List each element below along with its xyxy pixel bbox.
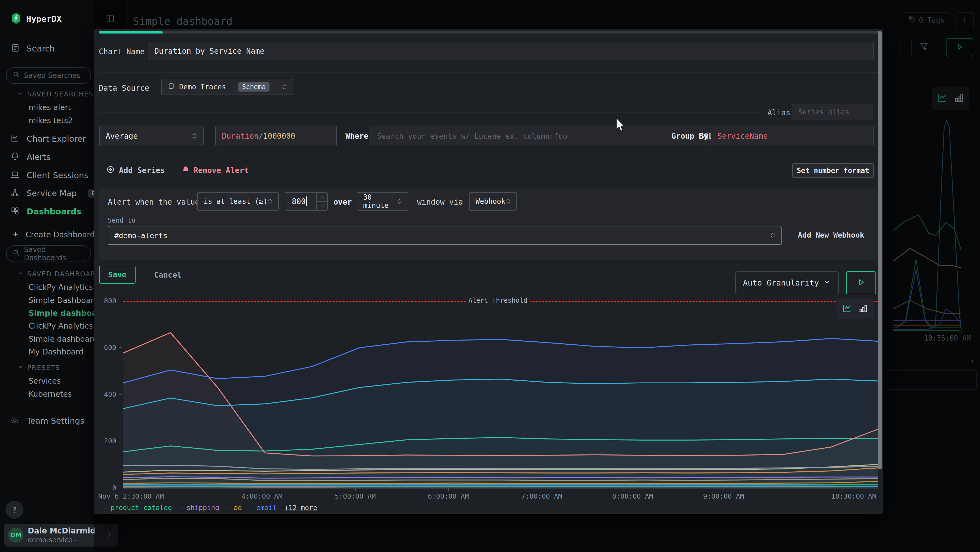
sidebar-item-label: Search [27,44,55,53]
field-expression-input[interactable]: Duration/1000000 [215,126,337,146]
data-source-select[interactable]: Demo Traces Schema [161,79,293,95]
aggregation-select[interactable]: Average [99,126,204,146]
edit-chart-modal: Chart Name Duration by Service Name Data… [94,29,883,514]
saved-searches-input[interactable]: Saved Searches [6,67,91,84]
legend-item[interactable]: —ad [227,504,242,512]
sidebar-item-alerts[interactable]: Alerts [10,152,50,162]
granularity-select[interactable]: Auto Granularity [735,271,839,294]
saved-searches-placeholder: Saved Searches [24,72,80,80]
alert-threshold-input[interactable]: 800 [285,192,328,211]
bar-chart-icon [858,303,868,314]
sidebar-item-dashboards[interactable]: Dashboards [10,206,81,217]
alert-window-select[interactable]: 30 minute [356,192,408,211]
dashboard-item[interactable]: Simple dashboard [29,335,97,343]
play-icon [857,278,865,287]
updown-chevron-icon [268,199,272,204]
alert-channel-select[interactable]: Webhook [469,192,517,211]
chart-name-label: Chart Name [99,47,145,56]
sidebar-item-search[interactable]: Search [11,44,55,53]
legend-dash-icon: — [180,504,184,512]
legend-dash-icon: — [250,504,254,512]
section-presets[interactable]: PRESETS [18,364,60,372]
schema-badge: Schema [238,82,269,91]
save-button[interactable]: Save [99,266,135,284]
cancel-button[interactable]: Cancel [154,271,181,279]
preview-run-button[interactable] [846,271,876,294]
dashboard-item[interactable]: Simple Dashboard [29,296,98,305]
remove-alert-button[interactable]: Remove Alert [181,165,248,175]
chevron-down-icon [823,278,831,288]
x-tick-label: Nov 6 2:30:00 AM [98,492,164,500]
app-screen: HyperDX Search Saved Searches SAVED SEAR… [0,0,980,552]
section-saved-dashboards[interactable]: SAVED DASHBOARDS [18,270,106,278]
x-tick-label: 9:00:00 AM [703,492,744,500]
stepper-up-icon[interactable] [317,193,327,202]
chevron-down-icon [18,91,24,98]
saved-dashboards-input[interactable]: Saved Dashboards [6,245,91,262]
send-to-label: Send to [108,217,135,224]
chart-line-icon [10,134,20,144]
dashboards-grid-icon [10,206,20,217]
top-scrollbar-thumb[interactable] [99,31,163,34]
chevron-down-icon [18,270,24,278]
add-new-webhook-button[interactable]: Add New Webhook [798,231,864,239]
updown-chevron-icon [192,133,197,139]
x-tick-label: 8:00:00 AM [612,492,653,500]
legend-item[interactable]: —email [250,504,277,512]
chevron-down-icon [18,364,24,372]
legend-item[interactable]: —shipping [180,504,219,512]
x-tick-label: 6:00:00 AM [428,492,469,500]
preset-item[interactable]: Kubernetes [29,389,72,399]
help-button[interactable]: ? [5,501,24,519]
alert-condition-select[interactable]: is at least (≥) [197,192,279,211]
plus-icon [12,231,19,239]
preset-item[interactable]: Services [29,377,61,386]
webhook-select[interactable]: #demo-alerts [108,226,781,245]
legend-dash-icon: — [104,504,108,512]
alert-threshold-label: Alert Threshold [466,297,530,304]
add-series-button[interactable]: Add Series [107,165,165,175]
service-map-icon [10,188,20,198]
stepper-down-icon[interactable] [317,202,327,210]
chart-type-toggle[interactable] [837,299,873,319]
chart-name-input[interactable]: Duration by Service Name [148,42,873,60]
set-number-format-button[interactable]: Set number format [792,163,874,178]
saved-search-item[interactable]: mikes tets2 [29,116,73,125]
line-chart-icon [842,303,852,315]
series-alias-input[interactable]: Series alias [792,104,873,120]
y-tick-label: 0 [97,484,116,492]
y-tick-label: 600 [97,343,116,352]
brand-name: HyperDX [26,14,62,24]
create-dashboard-button[interactable]: Create Dashboard [12,230,95,239]
database-icon [168,83,175,91]
dashboard-item[interactable]: ClickPy Analytics [29,322,93,330]
sidebar-item-team-settings[interactable]: Team Settings [10,415,84,426]
chart-plot-area[interactable]: Alert Threshold [123,301,878,488]
top-scrollbar-track[interactable] [99,31,878,34]
modal-scrollbar[interactable] [877,29,882,514]
modal-scrollbar-thumb[interactable] [878,31,882,469]
search-doc-icon [11,44,20,53]
chart-legend: —product-catalog —shipping —ad —email +1… [104,504,317,512]
legend-item[interactable]: —product-catalog [104,504,172,512]
sidebar-item-chart-explorer[interactable]: Chart Explorer [10,134,86,144]
number-stepper[interactable] [316,193,327,210]
divider [99,112,761,113]
divider [99,72,878,73]
x-tick-label: 5:00:00 AM [335,492,376,500]
section-saved-searches[interactable]: SAVED SEARCHES [18,91,94,98]
saved-search-item[interactable]: mikes alert [29,103,71,112]
updown-chevron-icon [398,199,402,204]
legend-more-button[interactable]: +12 more [285,504,317,512]
x-axis-line [123,488,879,488]
timeseries-chart [123,301,878,488]
alert-bell-icon [181,165,190,175]
brand[interactable]: HyperDX [11,12,62,26]
saved-dashboards-placeholder: Saved Dashboards [24,246,84,262]
window-via-label: window via [417,198,463,206]
dashboard-item[interactable]: My Dashboard [29,348,84,356]
legend-dash-icon: — [227,504,231,512]
sidebar-item-client-sessions[interactable]: Client Sessions [10,170,88,180]
dashboard-item[interactable]: ClickPy Analytics [29,283,93,292]
group-by-input[interactable]: ServiceName [711,126,873,146]
